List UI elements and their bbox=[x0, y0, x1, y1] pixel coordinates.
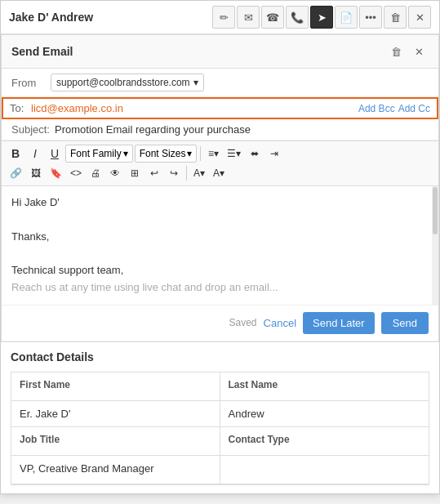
code-btn[interactable]: <> bbox=[67, 164, 85, 182]
contact-cell-job-title-label-cell: Job Title bbox=[11, 427, 220, 456]
cancel-link[interactable]: Cancel bbox=[264, 317, 296, 329]
editor-scrollbar-thumb bbox=[433, 187, 438, 234]
font-sizes-label: Font Sizes bbox=[140, 148, 186, 159]
font-family-label: Font Family bbox=[70, 148, 122, 159]
align-right-btn[interactable]: ⇥ bbox=[265, 145, 283, 163]
editor-toolbar: B I U Font Family ▾ Font Sizes ▾ ≡▾ ☰▾ ⬌… bbox=[2, 140, 438, 186]
last-name-value: Andrew bbox=[229, 408, 421, 420]
panel-header: Send Email 🗑 ✕ bbox=[2, 35, 438, 69]
send-icon-btn[interactable]: ➤ bbox=[310, 6, 333, 29]
from-label: From bbox=[11, 77, 44, 89]
contact-cell-first-name-label-cell: First Name bbox=[11, 372, 220, 401]
contact-cell-contact-type-value-cell bbox=[220, 456, 429, 484]
send-email-panel: Send Email 🗑 ✕ From support@coolbrandsst… bbox=[1, 34, 439, 342]
first-name-value: Er. Jake D' bbox=[20, 408, 211, 420]
panel-delete-btn[interactable]: 🗑 bbox=[386, 42, 406, 61]
align-left-btn[interactable]: ⬌ bbox=[246, 145, 264, 163]
toolbar-separator-1 bbox=[200, 146, 201, 161]
undo-btn[interactable]: ↩ bbox=[145, 164, 163, 182]
contact-cell-last-name-value-cell: Andrew bbox=[220, 401, 429, 427]
contact-cell-first-name-value-cell: Er. Jake D' bbox=[11, 401, 220, 427]
font-family-dropdown[interactable]: Font Family ▾ bbox=[65, 145, 133, 163]
font-color-btn[interactable]: A▾ bbox=[190, 164, 208, 182]
toolbar-row-2: 🔗 🖼 🔖 <> 🖨 👁 ⊞ ↩ ↪ A▾ A▾ bbox=[7, 164, 433, 182]
editor-line-1: Hi Jake D' bbox=[11, 194, 429, 212]
preview-btn[interactable]: 👁 bbox=[106, 164, 124, 182]
editor-scrollbar[interactable] bbox=[432, 186, 438, 306]
to-input[interactable] bbox=[31, 102, 353, 114]
close-icon-btn[interactable]: ✕ bbox=[408, 6, 431, 29]
list-ordered-btn[interactable]: ☰▾ bbox=[224, 145, 244, 163]
job-title-value: VP, Creative Brand Manager bbox=[20, 462, 211, 475]
from-select[interactable]: support@coolbrandsstore.com ▾ bbox=[51, 74, 204, 91]
editor-line-5: Technical support team, bbox=[11, 262, 429, 279]
panel-close-btn[interactable]: ✕ bbox=[409, 42, 429, 61]
edit-icon-btn[interactable]: ✏ bbox=[212, 6, 235, 29]
font-sizes-chevron: ▾ bbox=[187, 148, 192, 159]
list-unordered-btn[interactable]: ≡▾ bbox=[204, 145, 222, 163]
toolbar-row-1: B I U Font Family ▾ Font Sizes ▾ ≡▾ ☰▾ ⬌… bbox=[7, 145, 433, 163]
from-row: From support@coolbrandsstore.com ▾ bbox=[2, 69, 438, 97]
header: Jake D' Andrew Send Email ✏ ✉ ☎ 📞 ➤ 📄 ••… bbox=[1, 1, 439, 34]
from-chevron-icon: ▾ bbox=[193, 77, 198, 88]
underline-btn[interactable]: U bbox=[46, 145, 64, 163]
add-bcc-link[interactable]: Add Bcc bbox=[358, 103, 395, 114]
add-bcc-cc-group: Add Bcc Add Cc bbox=[358, 103, 430, 114]
header-icons: Send Email ✏ ✉ ☎ 📞 ➤ 📄 ••• 🗑 ✕ bbox=[212, 6, 431, 29]
contact-grid: First Name Last Name Er. Jake D' Andrew … bbox=[11, 372, 429, 485]
add-cc-link[interactable]: Add Cc bbox=[398, 103, 430, 114]
highlight-color-btn[interactable]: A▾ bbox=[210, 164, 228, 182]
email-icon-btn[interactable]: ✉ bbox=[237, 6, 260, 29]
delete-icon-btn[interactable]: 🗑 bbox=[384, 6, 407, 29]
subject-label: Subject: bbox=[11, 123, 50, 136]
redo-btn[interactable]: ↪ bbox=[165, 164, 183, 182]
image-btn[interactable]: 🖼 bbox=[27, 164, 45, 182]
send-later-button[interactable]: Send Later bbox=[303, 312, 375, 334]
panel-title: Send Email bbox=[11, 45, 73, 58]
bold-btn[interactable]: B bbox=[7, 145, 24, 163]
contact-cell-job-title-value-cell: VP, Creative Brand Manager bbox=[11, 456, 220, 484]
phone-icon-btn[interactable]: ☎ bbox=[261, 6, 284, 29]
contact-cell-last-name-label-cell: Last Name bbox=[220, 372, 429, 401]
editor-wrapper: Hi Jake D' Thanks, Technical support tea… bbox=[2, 186, 438, 306]
editor-body[interactable]: Hi Jake D' Thanks, Technical support tea… bbox=[2, 186, 438, 306]
font-size-dropdown[interactable]: Font Sizes ▾ bbox=[135, 145, 198, 163]
contact-type-value bbox=[229, 462, 421, 477]
print-btn[interactable]: 🖨 bbox=[87, 164, 104, 182]
from-value: support@coolbrandsstore.com bbox=[56, 77, 190, 88]
editor-line-3: Thanks, bbox=[11, 229, 429, 246]
contact-section-title: Contact Details bbox=[11, 350, 429, 364]
call-icon-btn[interactable]: 📞 bbox=[286, 6, 309, 29]
to-row: To: Add Bcc Add Cc bbox=[2, 97, 438, 119]
font-family-chevron: ▾ bbox=[123, 148, 128, 159]
send-button[interactable]: Send bbox=[381, 312, 429, 334]
subject-value: Promotion Email regarding your purchase bbox=[55, 123, 251, 136]
contact-type-label: Contact Type bbox=[229, 434, 421, 445]
subject-row: Subject: Promotion Email regarding your … bbox=[2, 119, 438, 140]
to-label: To: bbox=[10, 102, 26, 114]
contact-cell-contact-type-label-cell: Contact Type bbox=[220, 427, 429, 456]
header-title: Jake D' Andrew bbox=[9, 11, 93, 24]
italic-btn[interactable]: I bbox=[26, 145, 44, 163]
link-btn[interactable]: 🔗 bbox=[7, 164, 25, 182]
job-title-label: Job Title bbox=[20, 434, 211, 445]
action-row: Saved Cancel Send Later Send bbox=[2, 306, 438, 341]
toolbar-separator-2 bbox=[186, 166, 187, 181]
last-name-label: Last Name bbox=[229, 379, 421, 390]
document-icon-btn[interactable]: 📄 bbox=[335, 6, 358, 29]
contact-section: Contact Details First Name Last Name Er.… bbox=[1, 342, 439, 493]
panel-header-actions: 🗑 ✕ bbox=[386, 42, 429, 61]
main-container: Jake D' Andrew Send Email ✏ ✉ ☎ 📞 ➤ 📄 ••… bbox=[0, 0, 440, 494]
saved-status: Saved bbox=[229, 317, 257, 328]
editor-line-6: Reach us at any time using live chat and… bbox=[11, 279, 429, 297]
more-icon-btn[interactable]: ••• bbox=[359, 6, 382, 29]
first-name-label: First Name bbox=[20, 379, 211, 390]
table-btn[interactable]: ⊞ bbox=[126, 164, 144, 182]
bookmark-btn[interactable]: 🔖 bbox=[47, 164, 65, 182]
